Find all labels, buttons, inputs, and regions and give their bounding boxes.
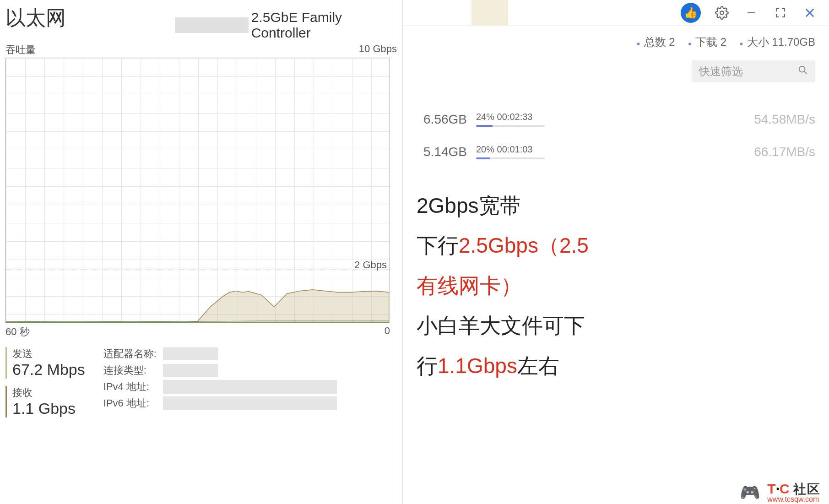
annotation-text: 2Gbps宽带 下行2.5Gbps（2.5 有线网卡） 小白羊大文件可下 行1.… bbox=[403, 181, 829, 390]
ann-line: 2Gbps宽带 bbox=[417, 186, 815, 226]
search-icon bbox=[798, 65, 808, 78]
close-icon bbox=[803, 6, 816, 19]
download-size: 5.14GB bbox=[417, 145, 467, 159]
minimize-icon bbox=[746, 7, 757, 18]
controller-name: 2.5GbE Family Controller bbox=[251, 10, 397, 41]
conn-type-redacted bbox=[163, 364, 218, 377]
time-start: 60 秒 bbox=[5, 325, 30, 339]
svg-point-4 bbox=[799, 66, 805, 72]
maximize-button[interactable] bbox=[772, 5, 789, 21]
throughput-header: 吞吐量 10 Gbps bbox=[5, 43, 397, 57]
ipv4-redacted bbox=[163, 380, 337, 394]
download-panel: 👍 总数 2 bbox=[403, 0, 829, 504]
recv-stat: 接收 1.1 Gbps bbox=[5, 386, 85, 417]
summary-row: 总数 2 下载 2 大小 11.70GB bbox=[403, 26, 829, 54]
download-list: 6.56GB 24% 00:02:33 54.58MB/s 5.14GB 20%… bbox=[403, 93, 829, 181]
thumbs-up-icon: 👍 bbox=[684, 6, 698, 19]
chart-marker-label: 2 Gbps bbox=[354, 259, 387, 271]
summary-size: 大小 11.70GB bbox=[739, 35, 815, 49]
gear-icon bbox=[715, 6, 729, 20]
conn-type-row: 连接类型: bbox=[103, 363, 337, 377]
ann-line: 下行2.5Gbps（2.5 bbox=[417, 226, 815, 266]
throughput-label: 吞吐量 bbox=[5, 43, 36, 57]
watermark: 🎮 T·C 社区 www.tcsqw.com bbox=[736, 481, 821, 504]
settings-button[interactable] bbox=[714, 5, 730, 21]
watermark-url: www.tcsqw.com bbox=[767, 496, 821, 503]
download-progress: 20% 00:01:03 bbox=[476, 144, 545, 159]
minimize-button[interactable] bbox=[743, 5, 759, 21]
download-progress: 24% 00:02:33 bbox=[476, 112, 545, 127]
throughput-max: 10 Gbps bbox=[359, 43, 397, 57]
time-end: 0 bbox=[385, 325, 390, 339]
summary-downloads: 下载 2 bbox=[688, 35, 727, 49]
network-monitor-panel: 以太网 2.5GbE Family Controller 吞吐量 10 Gbps… bbox=[0, 0, 403, 504]
download-speed: 54.58MB/s bbox=[754, 112, 815, 127]
ann-line: 小白羊大文件可下 bbox=[417, 306, 815, 346]
adapter-name-row: 适配器名称: bbox=[103, 347, 337, 361]
tab-placeholder[interactable] bbox=[471, 0, 508, 26]
progress-bar-fill bbox=[476, 157, 490, 159]
time-axis: 60 秒 0 bbox=[5, 325, 390, 339]
ann-line: 行1.1Gbps左右 bbox=[417, 346, 815, 386]
download-size: 6.56GB bbox=[417, 112, 467, 127]
progress-bar-fill bbox=[476, 125, 493, 127]
adapter-name-label: 适配器名称: bbox=[103, 347, 163, 361]
ipv6-row: IPv6 地址: bbox=[103, 396, 337, 410]
ipv4-row: IPv4 地址: bbox=[103, 380, 337, 394]
throughput-chart: 2 Gbps bbox=[5, 58, 390, 323]
recv-value: 1.1 Gbps bbox=[12, 400, 85, 417]
ipv4-label: IPv4 地址: bbox=[103, 380, 163, 394]
svg-point-0 bbox=[720, 11, 724, 15]
maximize-icon bbox=[775, 7, 786, 18]
recv-label: 接收 bbox=[12, 386, 85, 400]
controller-redacted bbox=[175, 17, 249, 33]
download-item[interactable]: 6.56GB 24% 00:02:33 54.58MB/s bbox=[417, 112, 815, 127]
titlebar: 👍 bbox=[403, 0, 829, 26]
download-speed: 66.17MB/s bbox=[754, 145, 815, 159]
send-stat: 发送 67.2 Mbps bbox=[5, 347, 85, 379]
watermark-logo-icon: 🎮 bbox=[736, 481, 764, 504]
send-label: 发送 bbox=[12, 347, 85, 361]
ipv6-redacted bbox=[163, 396, 337, 410]
download-item[interactable]: 5.14GB 20% 00:01:03 66.17MB/s bbox=[417, 144, 815, 159]
chart-marker-line bbox=[6, 270, 390, 270]
ann-line: 有线网卡） bbox=[417, 266, 815, 306]
close-button[interactable] bbox=[802, 5, 818, 21]
chart-grid bbox=[6, 58, 390, 323]
like-button[interactable]: 👍 bbox=[681, 3, 701, 23]
send-value: 67.2 Mbps bbox=[12, 361, 85, 379]
ipv6-label: IPv6 地址: bbox=[103, 396, 163, 410]
conn-type-label: 连接类型: bbox=[103, 363, 163, 377]
filter-placeholder: 快速筛选 bbox=[699, 64, 743, 79]
filter-input[interactable]: 快速筛选 bbox=[692, 60, 815, 82]
summary-total: 总数 2 bbox=[636, 35, 675, 49]
svg-line-5 bbox=[804, 71, 807, 74]
adapter-name-redacted bbox=[163, 347, 218, 360]
